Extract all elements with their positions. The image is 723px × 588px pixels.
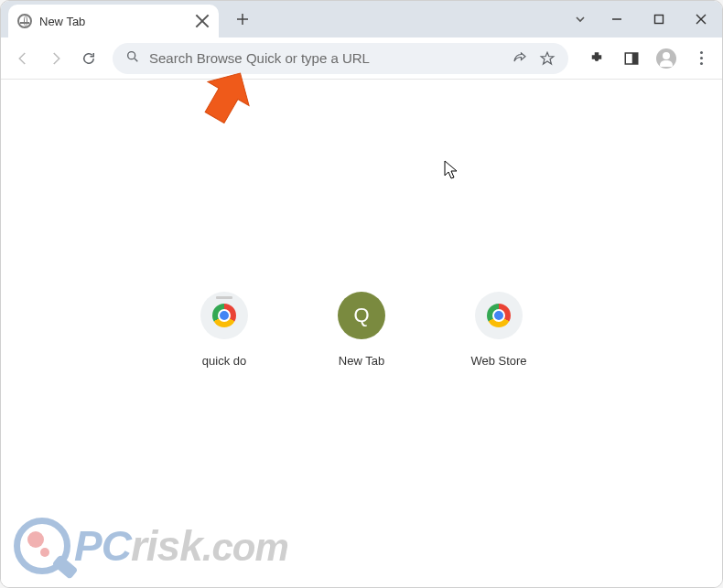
omnibox-actions <box>512 50 556 67</box>
back-button[interactable] <box>8 44 38 73</box>
shortcuts-row: quick do Q New Tab Web Store <box>183 292 540 368</box>
toolbar-right <box>577 45 715 72</box>
shortcut-quick-do[interactable]: quick do <box>183 292 265 368</box>
svg-rect-0 <box>655 16 664 24</box>
shortcut-tile-icon <box>200 292 248 339</box>
forward-button[interactable] <box>41 44 70 73</box>
menu-button[interactable] <box>687 45 715 72</box>
omnibox-input[interactable] <box>149 50 502 66</box>
shortcut-label: quick do <box>202 354 246 368</box>
kebab-menu-icon <box>700 51 703 65</box>
new-tab-button[interactable] <box>230 6 255 32</box>
address-bar[interactable] <box>113 43 568 74</box>
browser-tab[interactable]: New Tab <box>8 5 219 37</box>
titlebar: New Tab <box>1 1 722 37</box>
shortcut-label: New Tab <box>339 354 384 368</box>
tab-search-button[interactable] <box>565 1 596 37</box>
shortcut-new-tab[interactable]: Q New Tab <box>320 292 403 368</box>
profile-avatar[interactable] <box>653 45 680 72</box>
window-controls <box>565 1 722 37</box>
bookmark-star-icon[interactable] <box>539 50 556 67</box>
browser-window: New Tab <box>0 0 723 588</box>
tab-title: New Tab <box>39 15 188 28</box>
side-panel-icon[interactable] <box>618 45 645 72</box>
shortcut-label: Web Store <box>470 354 526 368</box>
reload-button[interactable] <box>74 44 103 73</box>
chrome-icon <box>212 304 236 327</box>
new-tab-content: quick do Q New Tab Web Store <box>1 80 722 588</box>
avatar-icon <box>656 48 676 69</box>
globe-icon <box>17 14 32 28</box>
maximize-button[interactable] <box>638 1 680 37</box>
close-tab-button[interactable] <box>195 14 210 28</box>
close-window-button[interactable] <box>680 1 722 37</box>
share-icon[interactable] <box>512 50 528 67</box>
shortcut-tile-icon <box>475 292 523 339</box>
svg-point-1 <box>128 51 135 59</box>
toolbar <box>1 37 722 80</box>
minimize-button[interactable] <box>596 1 638 37</box>
svg-rect-3 <box>632 53 638 64</box>
extensions-icon[interactable] <box>583 45 610 72</box>
chrome-icon <box>487 304 511 327</box>
q-letter-icon: Q <box>338 292 385 339</box>
shortcut-web-store[interactable]: Web Store <box>458 292 540 368</box>
search-icon <box>125 49 140 68</box>
